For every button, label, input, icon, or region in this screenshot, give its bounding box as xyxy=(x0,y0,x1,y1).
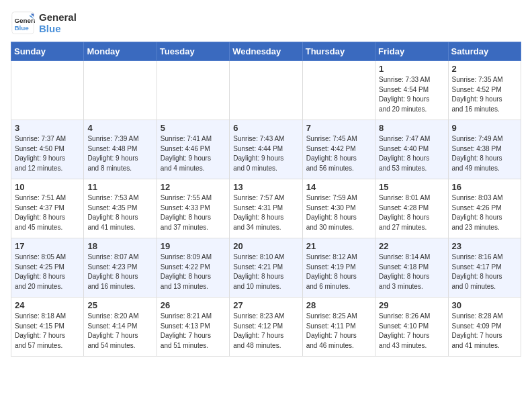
calendar-cell xyxy=(11,61,84,120)
day-number: 15 xyxy=(379,182,444,192)
day-info: Sunrise: 8:07 AM Sunset: 4:23 PM Dayligh… xyxy=(87,253,152,291)
calendar-cell: 10Sunrise: 7:51 AM Sunset: 4:37 PM Dayli… xyxy=(11,179,84,238)
calendar-cell: 6Sunrise: 7:43 AM Sunset: 4:44 PM Daylig… xyxy=(230,120,302,179)
day-number: 12 xyxy=(161,182,226,192)
calendar-cell: 23Sunrise: 8:16 AM Sunset: 4:17 PM Dayli… xyxy=(448,238,521,298)
day-number: 21 xyxy=(306,241,371,251)
day-number: 11 xyxy=(87,182,152,192)
day-info: Sunrise: 7:51 AM Sunset: 4:37 PM Dayligh… xyxy=(15,193,80,232)
day-info: Sunrise: 7:57 AM Sunset: 4:31 PM Dayligh… xyxy=(233,193,298,232)
day-number: 8 xyxy=(379,123,444,133)
calendar-cell: 22Sunrise: 8:14 AM Sunset: 4:18 PM Dayli… xyxy=(375,238,448,298)
calendar-body: 1Sunrise: 7:33 AM Sunset: 4:54 PM Daylig… xyxy=(11,61,521,357)
weekday-header-thursday: Thursday xyxy=(302,42,375,61)
day-number: 5 xyxy=(161,123,226,133)
day-number: 2 xyxy=(452,64,517,74)
day-number: 16 xyxy=(452,182,517,192)
day-info: Sunrise: 8:20 AM Sunset: 4:14 PM Dayligh… xyxy=(87,312,152,351)
weekday-header-tuesday: Tuesday xyxy=(157,42,229,61)
day-info: Sunrise: 8:05 AM Sunset: 4:25 PM Dayligh… xyxy=(15,253,80,291)
day-info: Sunrise: 7:49 AM Sunset: 4:38 PM Dayligh… xyxy=(452,134,517,173)
day-info: Sunrise: 7:43 AM Sunset: 4:44 PM Dayligh… xyxy=(233,134,298,173)
day-number: 9 xyxy=(452,123,517,133)
day-info: Sunrise: 8:21 AM Sunset: 4:13 PM Dayligh… xyxy=(161,312,226,351)
calendar-cell: 20Sunrise: 8:10 AM Sunset: 4:21 PM Dayli… xyxy=(230,238,302,298)
calendar-cell: 28Sunrise: 8:25 AM Sunset: 4:11 PM Dayli… xyxy=(302,298,375,357)
calendar-header-row: SundayMondayTuesdayWednesdayThursdayFrid… xyxy=(11,42,521,61)
logo: General Blue General Blue xyxy=(11,11,77,35)
calendar-cell: 11Sunrise: 7:53 AM Sunset: 4:35 PM Dayli… xyxy=(84,179,157,238)
day-number: 17 xyxy=(15,241,80,251)
day-info: Sunrise: 8:01 AM Sunset: 4:28 PM Dayligh… xyxy=(379,193,444,232)
calendar-week-1: 1Sunrise: 7:33 AM Sunset: 4:54 PM Daylig… xyxy=(11,61,521,120)
calendar-week-2: 3Sunrise: 7:37 AM Sunset: 4:50 PM Daylig… xyxy=(11,120,521,179)
day-info: Sunrise: 8:10 AM Sunset: 4:21 PM Dayligh… xyxy=(233,253,298,291)
day-info: Sunrise: 8:28 AM Sunset: 4:09 PM Dayligh… xyxy=(452,312,517,351)
calendar-cell: 1Sunrise: 7:33 AM Sunset: 4:54 PM Daylig… xyxy=(375,61,448,120)
calendar-cell: 3Sunrise: 7:37 AM Sunset: 4:50 PM Daylig… xyxy=(11,120,84,179)
weekday-header-friday: Friday xyxy=(375,42,448,61)
calendar-cell: 18Sunrise: 8:07 AM Sunset: 4:23 PM Dayli… xyxy=(84,238,157,298)
calendar-cell: 12Sunrise: 7:55 AM Sunset: 4:33 PM Dayli… xyxy=(157,179,229,238)
calendar-cell: 29Sunrise: 8:26 AM Sunset: 4:10 PM Dayli… xyxy=(375,298,448,357)
day-number: 24 xyxy=(15,300,80,310)
logo-text: General Blue xyxy=(39,11,77,34)
day-number: 18 xyxy=(87,241,152,251)
calendar-cell: 14Sunrise: 7:59 AM Sunset: 4:30 PM Dayli… xyxy=(302,179,375,238)
calendar-cell: 24Sunrise: 8:18 AM Sunset: 4:15 PM Dayli… xyxy=(11,298,84,357)
calendar-cell: 16Sunrise: 8:03 AM Sunset: 4:26 PM Dayli… xyxy=(448,179,521,238)
calendar-cell: 19Sunrise: 8:09 AM Sunset: 4:22 PM Dayli… xyxy=(157,238,229,298)
calendar-cell: 15Sunrise: 8:01 AM Sunset: 4:28 PM Dayli… xyxy=(375,179,448,238)
day-info: Sunrise: 8:16 AM Sunset: 4:17 PM Dayligh… xyxy=(452,253,517,291)
day-number: 6 xyxy=(233,123,298,133)
calendar-cell: 5Sunrise: 7:41 AM Sunset: 4:46 PM Daylig… xyxy=(157,120,229,179)
calendar-week-3: 10Sunrise: 7:51 AM Sunset: 4:37 PM Dayli… xyxy=(11,179,521,238)
day-number: 20 xyxy=(233,241,298,251)
calendar-table: SundayMondayTuesdayWednesdayThursdayFrid… xyxy=(11,42,521,357)
day-info: Sunrise: 7:59 AM Sunset: 4:30 PM Dayligh… xyxy=(306,193,371,232)
day-info: Sunrise: 8:03 AM Sunset: 4:26 PM Dayligh… xyxy=(452,193,517,232)
day-number: 7 xyxy=(306,123,371,133)
day-number: 19 xyxy=(161,241,226,251)
day-info: Sunrise: 8:12 AM Sunset: 4:19 PM Dayligh… xyxy=(306,253,371,291)
calendar-cell: 13Sunrise: 7:57 AM Sunset: 4:31 PM Dayli… xyxy=(230,179,302,238)
calendar-cell xyxy=(230,61,302,120)
calendar-cell: 4Sunrise: 7:39 AM Sunset: 4:48 PM Daylig… xyxy=(84,120,157,179)
svg-text:Blue: Blue xyxy=(14,24,29,32)
calendar-cell: 2Sunrise: 7:35 AM Sunset: 4:52 PM Daylig… xyxy=(448,61,521,120)
day-info: Sunrise: 8:23 AM Sunset: 4:12 PM Dayligh… xyxy=(233,312,298,351)
calendar-cell: 21Sunrise: 8:12 AM Sunset: 4:19 PM Dayli… xyxy=(302,238,375,298)
day-info: Sunrise: 8:09 AM Sunset: 4:22 PM Dayligh… xyxy=(161,253,226,291)
day-info: Sunrise: 7:55 AM Sunset: 4:33 PM Dayligh… xyxy=(161,193,226,232)
day-number: 13 xyxy=(233,182,298,192)
weekday-header-wednesday: Wednesday xyxy=(230,42,302,61)
day-number: 4 xyxy=(87,123,152,133)
weekday-header-saturday: Saturday xyxy=(448,42,521,61)
weekday-header-sunday: Sunday xyxy=(11,42,84,61)
logo-icon: General Blue xyxy=(11,11,35,35)
day-info: Sunrise: 7:35 AM Sunset: 4:52 PM Dayligh… xyxy=(452,75,517,114)
day-info: Sunrise: 8:18 AM Sunset: 4:15 PM Dayligh… xyxy=(15,312,80,351)
page-header: General Blue General Blue xyxy=(11,11,521,35)
calendar-cell: 9Sunrise: 7:49 AM Sunset: 4:38 PM Daylig… xyxy=(448,120,521,179)
day-info: Sunrise: 7:53 AM Sunset: 4:35 PM Dayligh… xyxy=(87,193,152,232)
day-number: 26 xyxy=(161,300,226,310)
calendar-cell: 17Sunrise: 8:05 AM Sunset: 4:25 PM Dayli… xyxy=(11,238,84,298)
svg-text:General: General xyxy=(14,17,35,24)
calendar-cell: 25Sunrise: 8:20 AM Sunset: 4:14 PM Dayli… xyxy=(84,298,157,357)
day-info: Sunrise: 7:33 AM Sunset: 4:54 PM Dayligh… xyxy=(379,75,444,114)
day-number: 27 xyxy=(233,300,298,310)
day-info: Sunrise: 8:14 AM Sunset: 4:18 PM Dayligh… xyxy=(379,253,444,291)
day-info: Sunrise: 7:45 AM Sunset: 4:42 PM Dayligh… xyxy=(306,134,371,173)
calendar-week-4: 17Sunrise: 8:05 AM Sunset: 4:25 PM Dayli… xyxy=(11,238,521,298)
calendar-cell: 7Sunrise: 7:45 AM Sunset: 4:42 PM Daylig… xyxy=(302,120,375,179)
day-number: 14 xyxy=(306,182,371,192)
calendar-cell: 8Sunrise: 7:47 AM Sunset: 4:40 PM Daylig… xyxy=(375,120,448,179)
calendar-cell: 26Sunrise: 8:21 AM Sunset: 4:13 PM Dayli… xyxy=(157,298,229,357)
day-number: 30 xyxy=(452,300,517,310)
day-number: 22 xyxy=(379,241,444,251)
calendar-cell xyxy=(157,61,229,120)
day-number: 10 xyxy=(15,182,80,192)
day-info: Sunrise: 7:37 AM Sunset: 4:50 PM Dayligh… xyxy=(15,134,80,173)
day-number: 3 xyxy=(15,123,80,133)
